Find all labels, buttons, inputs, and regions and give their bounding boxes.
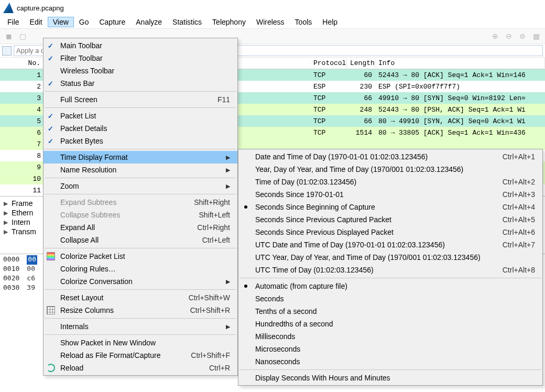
menu-item[interactable]: Milliseconds — [238, 330, 542, 343]
menu-item[interactable]: ReloadCtrl+R — [43, 362, 237, 374]
menu-separator — [45, 107, 236, 108]
menu-item[interactable]: Collapse AllCtrl+Left — [43, 234, 237, 246]
check-icon: ✓ — [48, 125, 53, 133]
menu-item[interactable]: Zoom▶ — [43, 180, 237, 192]
hex-offset: 0010 — [3, 265, 19, 274]
menu-wireless[interactable]: Wireless — [251, 17, 290, 27]
menu-item-label: Date and Time of Day (1970-01-01 01:02:0… — [255, 153, 428, 161]
menu-item[interactable]: Name Resolution▶ — [43, 164, 237, 176]
menu-item[interactable]: UTC Date and Time of Day (1970-01-01 01:… — [238, 238, 542, 251]
menu-shortcut: Ctrl+Alt+3 — [482, 190, 535, 199]
menu-item[interactable]: Internals▶ — [43, 320, 237, 333]
submenu-arrow-icon: ▶ — [205, 278, 230, 285]
detail-label: Frame — [12, 199, 32, 208]
menu-item[interactable]: UTC Year, Day of Year, and Time of Day (… — [238, 251, 542, 264]
submenu-arrow-icon: ▶ — [205, 183, 230, 190]
resize-columns-icon[interactable]: ▦ — [530, 30, 542, 42]
menu-item[interactable]: Automatic (from capture file) — [238, 280, 542, 292]
expand-icon[interactable]: ▶ — [3, 210, 8, 216]
menu-analyze[interactable]: Analyze — [130, 17, 167, 27]
column-header-info[interactable]: Info — [375, 58, 545, 68]
menu-item[interactable]: Full ScreenF11 — [43, 93, 237, 106]
menu-separator — [45, 178, 236, 178]
menu-tools[interactable]: Tools — [290, 17, 318, 27]
cell-proto: TCP — [310, 93, 347, 103]
menu-item[interactable]: Microseconds — [238, 343, 542, 355]
menu-item[interactable]: ✓Main Toolbar — [43, 39, 237, 52]
menu-item[interactable]: ✓Packet Details — [43, 122, 237, 135]
menu-item[interactable]: Seconds Since Previous Displayed PacketC… — [238, 226, 542, 238]
menu-item[interactable]: Seconds Since Previous Captured PacketCt… — [238, 213, 542, 226]
menu-item-label: Collapse Subtrees — [60, 211, 120, 219]
menu-item[interactable]: Reload as File Format/CaptureCtrl+Shift+… — [43, 349, 237, 362]
menu-item[interactable]: Seconds Since Beginning of CaptureCtrl+A… — [238, 201, 542, 213]
menu-item[interactable]: Date and Time of Day (1970-01-01 01:02:0… — [238, 150, 542, 163]
menu-item[interactable]: Year, Day of Year, and Time of Day (1970… — [238, 163, 542, 176]
toolbar-button[interactable]: ◼ — [3, 30, 15, 42]
cell-len: 60 — [347, 70, 375, 80]
column-header-length[interactable]: Length — [347, 58, 375, 68]
menu-item-label: Reset Layout — [60, 293, 104, 302]
menu-file[interactable]: File — [2, 17, 25, 27]
menu-item-label: Colorize Conversation — [60, 277, 133, 286]
zoom-in-icon[interactable]: ⊕ — [489, 30, 501, 42]
cell-len: 66 — [347, 93, 375, 103]
column-header-protocol[interactable]: Protocol — [310, 58, 347, 68]
menu-item[interactable]: ✓Packet Bytes — [43, 135, 237, 147]
expand-icon[interactable]: ▶ — [3, 219, 8, 226]
menu-item[interactable]: Hundredths of a second — [238, 318, 542, 330]
menu-shortcut: Ctrl+Alt+6 — [482, 228, 535, 236]
filter-bookmark-icon[interactable] — [2, 46, 12, 56]
menu-item[interactable]: ✓Status Bar — [43, 77, 237, 90]
menu-statistics[interactable]: Statistics — [167, 17, 207, 27]
menu-item[interactable]: Colorize Packet List — [43, 250, 237, 263]
zoom-reset-icon[interactable]: ⊜ — [517, 30, 528, 42]
menu-separator — [239, 369, 541, 370]
menu-item[interactable]: Colorize Conversation▶ — [43, 275, 237, 288]
menu-item-label: UTC Year, Day of Year, and Time of Day (… — [255, 253, 481, 262]
cell-info: ESP (SPI=0x00f7f7f7) — [375, 82, 545, 92]
zoom-out-icon[interactable]: ⊖ — [503, 30, 515, 42]
menu-telephony[interactable]: Telephony — [207, 17, 251, 27]
menu-item[interactable]: Time of Day (01:02:03.123456)Ctrl+Alt+2 — [238, 176, 542, 188]
column-header-no[interactable]: No. — [0, 58, 44, 68]
menu-help[interactable]: Help — [317, 17, 343, 27]
menu-item[interactable]: ✓Packet List — [43, 110, 237, 122]
menu-item-label: UTC Date and Time of Day (1970-01-01 01:… — [255, 241, 445, 249]
window-title: capture.pcapng — [17, 4, 64, 12]
expand-icon[interactable]: ▶ — [3, 228, 8, 235]
menu-edit[interactable]: Edit — [25, 17, 48, 27]
menu-item[interactable]: Seconds — [238, 292, 542, 305]
menu-item[interactable]: Nanoseconds — [238, 355, 542, 368]
cell-no: 4 — [0, 105, 44, 115]
menu-separator — [45, 149, 236, 149]
cell-proto: ESP — [310, 82, 347, 92]
menu-item[interactable]: Display Seconds With Hours and Minutes — [238, 372, 542, 384]
menu-view[interactable]: View — [48, 17, 74, 27]
menu-separator — [45, 194, 236, 194]
menu-item-label: Reload — [60, 364, 83, 372]
menu-item[interactable]: UTC Time of Day (01:02:03.123456)Ctrl+Al… — [238, 264, 542, 276]
menubar: FileEditViewGoCaptureAnalyzeStatisticsTe… — [0, 16, 545, 28]
menu-separator — [239, 278, 541, 278]
hex-bytes: 39 — [27, 284, 35, 293]
cell-no: 1 — [0, 70, 44, 80]
expand-icon[interactable]: ▶ — [3, 200, 8, 207]
menu-item[interactable]: ✓Filter Toolbar — [43, 52, 237, 64]
menu-capture[interactable]: Capture — [94, 17, 130, 27]
menu-item[interactable]: Wireless Toolbar — [43, 64, 237, 77]
menu-item[interactable]: Reset LayoutCtrl+Shift+W — [43, 291, 237, 304]
menu-go[interactable]: Go — [74, 17, 94, 27]
menu-item[interactable]: Seconds Since 1970-01-01Ctrl+Alt+3 — [238, 188, 542, 201]
detail-label: Intern — [12, 218, 30, 226]
menu-item[interactable]: Show Packet in New Window — [43, 336, 237, 349]
menu-item[interactable]: Tenths of a second — [238, 305, 542, 318]
menu-shortcut: Ctrl+Left — [181, 236, 230, 244]
toolbar-button[interactable]: ▢ — [17, 30, 28, 42]
menu-separator — [45, 289, 236, 290]
menu-item[interactable]: Coloring Rules… — [43, 263, 237, 275]
menu-item[interactable]: Time Display Format▶ — [43, 151, 237, 164]
menu-item[interactable]: Expand AllCtrl+Right — [43, 221, 237, 234]
menu-shortcut: Ctrl+Alt+2 — [482, 178, 535, 186]
menu-item[interactable]: Resize ColumnsCtrl+Shift+R — [43, 304, 237, 317]
